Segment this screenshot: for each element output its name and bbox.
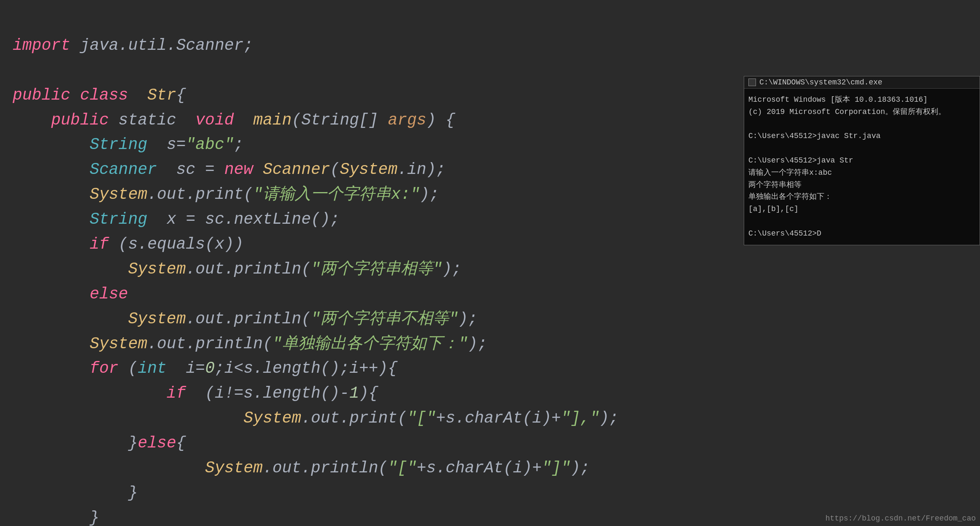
cmd-icon [748, 79, 756, 86]
string-output: "单独输出各个字符如下：" [273, 335, 468, 353]
var-s: s= [157, 136, 186, 154]
cmd-line6: C:\Users\45512>java Str [748, 156, 853, 165]
system-out2: System [128, 260, 186, 278]
keyword-for: for [89, 359, 118, 377]
literal-1: 1 [349, 384, 359, 402]
system-out3: System [128, 310, 186, 328]
string-bracket-open: "[" [407, 409, 436, 427]
var-sc: sc = [167, 160, 224, 179]
string-notequal: "两个字符串不相等" [311, 310, 459, 328]
import-path: java.util.Scanner; [80, 36, 253, 54]
keyword-if: if [89, 235, 109, 253]
keyword-else2: else [138, 434, 176, 452]
system-out1: System [89, 185, 147, 203]
string-bracket-close: "]," [561, 409, 599, 427]
literal-0: 0 [205, 359, 215, 377]
keyword-else: else [89, 285, 128, 303]
cmd-line9: 单独输出各个字符如下： [748, 193, 832, 201]
keyword-public2: public [51, 111, 109, 129]
string-abc: "abc" [186, 136, 234, 154]
cmd-line10: [a],[b],[c] [748, 205, 799, 213]
string-equal: "两个字符串相等" [311, 260, 443, 278]
scanner-ctor: Scanner [253, 160, 330, 179]
type-int: int [138, 359, 166, 377]
keyword-class: class [80, 86, 128, 104]
cmd-line1: Microsoft Windows [版本 10.0.18363.1016] [748, 95, 928, 104]
keyword-void: void [186, 111, 234, 129]
type-scanner: Scanner [89, 160, 157, 179]
system-out6: System [167, 459, 263, 477]
cmd-line2: (c) 2019 Microsoft Corporation。保留所有权利。 [748, 108, 946, 116]
keyword-static: static [119, 111, 176, 129]
cmd-title: C:\WINDOWS\system32\cmd.exe [759, 78, 883, 87]
class-name: Str [138, 86, 176, 104]
system-out5: System [167, 409, 301, 427]
var-x: x = sc.nextLine(); [157, 210, 340, 228]
cmd-line4: C:\Users\45512>javac Str.java [748, 132, 880, 140]
keyword-public: public [13, 86, 70, 104]
system-out4: System [89, 335, 147, 353]
cmd-line12: C:\Users\45512>D [748, 229, 821, 238]
string-bracket-end: "]" [542, 459, 570, 477]
string-prompt: "请输入一个字符串x:" [253, 185, 420, 203]
cmd-body: Microsoft Windows [版本 10.0.18363.1016] (… [744, 89, 980, 245]
cmd-line8: 两个字符串相等 [748, 181, 802, 189]
cmd-window: C:\WINDOWS\system32\cmd.exe Microsoft Wi… [744, 76, 980, 245]
system-in: System [340, 160, 397, 179]
param-args: args [388, 111, 426, 129]
cmd-titlebar: C:\WINDOWS\system32\cmd.exe [744, 76, 980, 89]
footer-link: https://blog.csdn.net/Freedom_cao [826, 514, 976, 523]
keyword-import: import [13, 36, 70, 54]
type-string1: String [89, 136, 147, 154]
cmd-line7: 请输入一个字符串x:abc [748, 168, 832, 177]
keyword-new: new [224, 160, 253, 179]
method-main: main [243, 111, 292, 129]
type-string2: String [89, 210, 147, 228]
keyword-if2: if [128, 384, 186, 402]
string-bracket-last: "[" [388, 459, 416, 477]
